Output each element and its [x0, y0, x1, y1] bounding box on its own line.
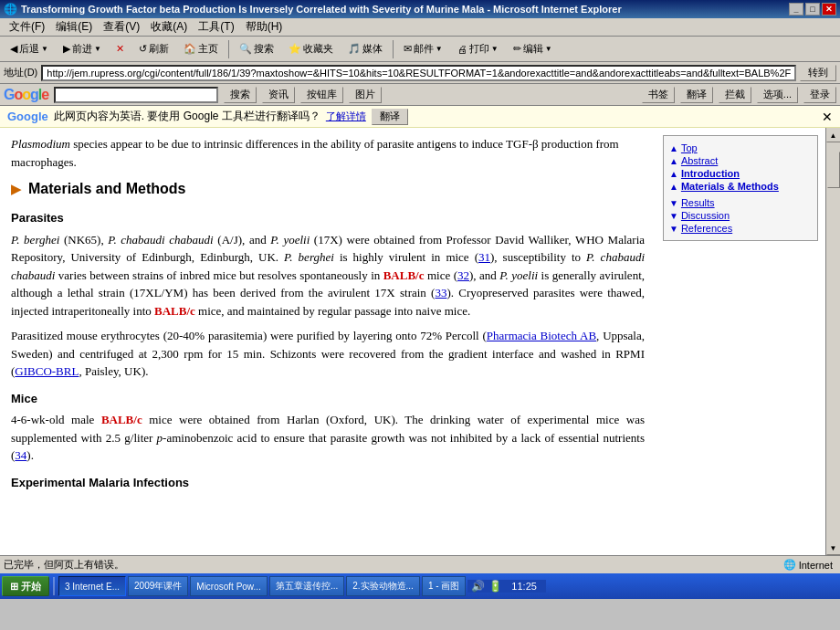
chevron-down-icon2: ▼ — [436, 45, 443, 53]
print-icon: 🖨 — [457, 44, 467, 55]
edit-button[interactable]: ✏ 编辑 ▼ — [507, 39, 559, 59]
minimize-button[interactable]: _ — [789, 3, 803, 16]
google-logo: Google — [4, 87, 48, 103]
ref-34[interactable]: 34 — [15, 448, 26, 462]
forward-icon: ▶ — [63, 43, 70, 55]
taskbar-chapter5-button[interactable]: 第五章遗传控... — [269, 576, 344, 596]
taskbar-ie-button[interactable]: 3 Internet E... — [58, 576, 126, 596]
menu-file[interactable]: 文件(F) — [4, 17, 50, 37]
section-title: Materials and Methods — [28, 178, 185, 200]
close-button[interactable]: ✕ — [822, 3, 836, 16]
internet-zone: 🌐 Internet — [783, 559, 833, 571]
refresh-icon: ↺ — [139, 43, 147, 55]
back-button[interactable]: ◀ 后退 ▼ — [4, 39, 55, 59]
nav-materials-link[interactable]: Materials & Methods — [681, 181, 779, 192]
scroll-thumb[interactable] — [827, 152, 840, 188]
section-heading-materials: ▶ Materials and Methods — [11, 178, 645, 200]
maximize-button[interactable]: □ — [805, 3, 820, 16]
ie-logo-icon: 🌐 — [4, 3, 17, 16]
content-area: Plasmodium species appear to be due to i… — [0, 128, 656, 555]
section-arrow-icon: ▶ — [11, 180, 21, 199]
link-gibco[interactable]: GIBCO-BRL — [15, 364, 79, 378]
translation-text: 此网页内容为英语. 要使用 Google 工具栏进行翻译吗？ — [54, 109, 320, 124]
google-translate-button[interactable]: 翻译 — [680, 87, 713, 103]
stop-button[interactable]: ✕ — [110, 39, 131, 59]
toolbar: ◀ 后退 ▼ ▶ 前进 ▼ ✕ ↺ 刷新 🏠 主页 🔍 搜索 ⭐ 收藏夹 🎵 媒… — [0, 37, 840, 62]
subsection-infections: Experimental Malaria Infections — [11, 474, 645, 492]
stop-icon: ✕ — [116, 43, 124, 55]
refresh-button[interactable]: ↺ 刷新 — [132, 39, 175, 59]
parasites-para2: Parasitized mouse erythrocytes (20-40% p… — [11, 327, 645, 381]
google-news-button[interactable]: 资讯 — [262, 87, 295, 103]
nav-abstract: ▲ Abstract — [669, 154, 812, 167]
address-bar: 地址(D) 转到 — [0, 62, 840, 84]
google-options-button[interactable]: 选项... — [757, 87, 798, 103]
menu-help[interactable]: 帮助(H) — [240, 17, 289, 37]
window-controls: _ □ ✕ — [789, 3, 836, 16]
mail-button[interactable]: ✉ 邮件 ▼ — [397, 39, 449, 59]
chevron-down-icon: ▼ — [94, 45, 101, 53]
start-button[interactable]: ⊞ 开始 — [2, 576, 49, 596]
nav-discussion: ▼ Discussion — [669, 209, 812, 222]
subsection-parasites: Parasites — [11, 209, 645, 227]
favorites-button[interactable]: ⭐ 收藏夹 — [282, 39, 340, 59]
taskbar-powerpoint-button[interactable]: Microsoft Pow... — [190, 576, 268, 596]
title-bar: 🌐 Transforming Growth Factor beta Produc… — [0, 0, 840, 18]
nav-results: ▼ Results — [669, 196, 812, 209]
search-icon: 🔍 — [239, 43, 252, 55]
scroll-track[interactable] — [826, 142, 841, 541]
taskbar-lab-button[interactable]: 2.实验动物造... — [346, 576, 420, 596]
start-icon: ⊞ — [10, 581, 18, 593]
google-login-button[interactable]: 登录 — [803, 87, 836, 103]
forward-button[interactable]: ▶ 前进 ▼ — [57, 39, 108, 59]
ref-32[interactable]: 32 — [457, 268, 469, 282]
media-button[interactable]: 🎵 媒体 — [341, 39, 389, 59]
ref-31[interactable]: 31 — [478, 250, 490, 264]
google-bookmarks-button[interactable]: 书签 — [642, 87, 675, 103]
menu-edit[interactable]: 编辑(E) — [50, 17, 98, 37]
nav-discussion-link[interactable]: Discussion — [681, 210, 730, 221]
ref-33[interactable]: 33 — [435, 286, 446, 299]
nav-top-link[interactable]: Top — [681, 142, 698, 153]
separator2 — [393, 40, 394, 58]
nav-materials: ▲ Materials & Methods — [669, 180, 812, 193]
zone-label: Internet — [799, 560, 833, 571]
translation-close-button[interactable]: ✕ — [822, 110, 833, 124]
home-button[interactable]: 🏠 主页 — [177, 39, 225, 59]
search-button[interactable]: 🔍 搜索 — [233, 39, 280, 59]
google-toolbar: Google 搜索 资讯 按钮库 图片 书签 翻译 拦截 选项... 登录 — [0, 84, 840, 106]
go-button[interactable]: 转到 — [800, 65, 836, 81]
taskbar-folder-button[interactable]: 2009年课件 — [128, 576, 188, 596]
chevron-down-icon3: ▼ — [491, 45, 499, 53]
scroll-down-button[interactable]: ▼ — [826, 541, 841, 555]
scroll-up-button[interactable]: ▲ — [826, 128, 841, 142]
menu-favorites[interactable]: 收藏(A) — [145, 17, 193, 37]
link-pharmacia[interactable]: Pharmacia Biotech AB — [487, 329, 596, 342]
google-images-button[interactable]: 图片 — [349, 87, 382, 103]
print-button[interactable]: 🖨 打印 ▼ — [451, 39, 505, 59]
nav-results-link[interactable]: Results — [681, 197, 715, 208]
address-input[interactable] — [41, 65, 796, 81]
clock: 11:25 — [506, 581, 542, 592]
status-text: 已完毕，但阿页上有错误。 — [4, 558, 776, 572]
google-toolbar-button[interactable]: 按钮库 — [300, 87, 343, 103]
menu-bar: 文件(F) 编辑(E) 查看(V) 收藏(A) 工具(T) 帮助(H) — [0, 18, 840, 37]
google-block-button[interactable]: 拦截 — [719, 87, 751, 103]
taskbar-paint-button[interactable]: 1 - 画图 — [422, 576, 466, 596]
nav-references-link[interactable]: References — [681, 223, 732, 234]
google-search-button[interactable]: 搜索 — [224, 87, 257, 103]
vertical-scrollbar[interactable]: ▲ ▼ — [825, 128, 840, 555]
back-icon: ◀ — [10, 43, 17, 55]
translate-button[interactable]: 翻译 — [372, 109, 408, 125]
internet-icon: 🌐 — [783, 559, 796, 571]
edit-icon: ✏ — [513, 43, 521, 55]
google-logo-small: Google — [7, 110, 48, 123]
home-icon: 🏠 — [184, 43, 196, 55]
nav-abstract-link[interactable]: Abstract — [681, 155, 718, 166]
google-search-input[interactable] — [54, 87, 218, 103]
menu-view[interactable]: 查看(V) — [98, 17, 145, 37]
learn-more-link[interactable]: 了解详情 — [326, 110, 366, 123]
menu-tools[interactable]: 工具(T) — [193, 17, 239, 37]
nav-introduction-link[interactable]: Introduction — [681, 168, 740, 179]
translation-bar: Google 此网页内容为英语. 要使用 Google 工具栏进行翻译吗？ 了解… — [0, 106, 840, 128]
